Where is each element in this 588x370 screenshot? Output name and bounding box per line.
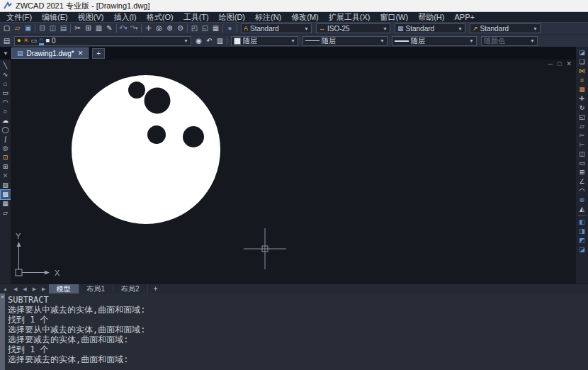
layer-states-manager-button[interactable]: ▥ bbox=[215, 35, 225, 46]
menu-insert[interactable]: 插入(I) bbox=[108, 12, 141, 22]
match-properties-button[interactable]: ✎ bbox=[104, 23, 115, 34]
polyline-button[interactable]: ∿ bbox=[1, 70, 11, 79]
break-at-point-button[interactable]: ◫ bbox=[577, 150, 587, 159]
new-tab-button[interactable]: + bbox=[92, 48, 105, 59]
view-manager-button[interactable]: ▦ bbox=[210, 23, 221, 34]
menu-view[interactable]: 视图(V) bbox=[73, 12, 109, 22]
zoom-window-button[interactable]: ⊕ bbox=[164, 23, 175, 34]
erase-button[interactable]: ◪ bbox=[577, 48, 587, 57]
prev-tab-button[interactable]: ◀ bbox=[20, 286, 29, 292]
layer-previous-button[interactable]: ↶ bbox=[204, 35, 215, 46]
make-block-button[interactable]: ⊞ bbox=[1, 162, 11, 172]
command-line-panel[interactable]: ✕ SUBTRACT选择要从中减去的实体,曲面和面域:找到 1 个选择要从中减去… bbox=[0, 293, 588, 370]
break-button[interactable]: ▭ bbox=[577, 159, 587, 168]
revision-cloud-button[interactable]: ☁ bbox=[1, 116, 11, 125]
cut-clip-button[interactable]: ✂ bbox=[72, 23, 83, 34]
arc-button[interactable]: ◠ bbox=[1, 98, 11, 107]
extend-button[interactable]: ⊢ bbox=[577, 140, 587, 150]
line-button[interactable]: ╲ bbox=[1, 61, 11, 70]
plot-preview-button[interactable]: ◫ bbox=[47, 23, 58, 34]
insert-block-button[interactable]: ⊡ bbox=[1, 153, 11, 162]
redo-dropdown-icon[interactable]: ▼ bbox=[135, 26, 139, 30]
zoom-realtime-button[interactable]: ◎ bbox=[154, 23, 164, 34]
menu-modify[interactable]: 修改(M) bbox=[286, 12, 324, 22]
mleader-style-combo[interactable]: ↗Standard▼ bbox=[470, 23, 541, 33]
redo-button[interactable]: ↷▼ bbox=[129, 23, 140, 34]
point-button[interactable]: ✕ bbox=[1, 172, 11, 181]
hatch-button[interactable]: ▨ bbox=[1, 181, 11, 190]
tab-list-arrow-icon[interactable]: ▼ bbox=[0, 50, 11, 57]
text-style-dropdown-icon[interactable]: ▼ bbox=[304, 26, 309, 31]
copy-button[interactable]: ❏ bbox=[577, 57, 587, 67]
join-button[interactable]: ⊞ bbox=[577, 168, 587, 177]
polygon-button[interactable]: ⌂ bbox=[1, 79, 11, 89]
array-button[interactable]: ▦ bbox=[577, 85, 587, 94]
move-button[interactable]: ✛ bbox=[577, 94, 587, 103]
menu-edit[interactable]: 编辑(E) bbox=[37, 12, 73, 22]
plot-button[interactable]: ⊟ bbox=[37, 23, 47, 34]
tab-layout2[interactable]: 布局2 bbox=[113, 284, 148, 294]
color-dropdown-icon[interactable]: ▼ bbox=[290, 38, 295, 43]
menu-dimension[interactable]: 标注(N) bbox=[250, 12, 286, 22]
spline-button[interactable]: ∫ bbox=[1, 135, 11, 144]
mdi-restore-button[interactable]: □ bbox=[558, 60, 561, 67]
trim-button[interactable]: ✂ bbox=[577, 131, 587, 140]
explode-button[interactable]: ⊛ bbox=[577, 196, 587, 205]
linetype-combo[interactable]: 随层▼ bbox=[303, 36, 388, 46]
publish-button[interactable]: ▤ bbox=[58, 23, 69, 34]
menu-window[interactable]: 窗口(W) bbox=[375, 12, 413, 22]
menu-tools[interactable]: 工具(T) bbox=[179, 12, 214, 22]
menu-help[interactable]: 帮助(H) bbox=[413, 12, 449, 22]
named-views-button[interactable]: ◱ bbox=[200, 23, 210, 34]
tab-model[interactable]: 模型 bbox=[49, 284, 79, 294]
last-tab-button[interactable]: ▶ bbox=[39, 286, 48, 292]
donut-button[interactable]: ◎ bbox=[1, 144, 11, 153]
open-file-button[interactable]: ▱ bbox=[12, 23, 23, 34]
circle-button[interactable]: ○ bbox=[1, 107, 11, 116]
new-file-button[interactable]: ▢ bbox=[1, 23, 12, 34]
layer-properties-manager-button[interactable]: ▤ bbox=[1, 35, 12, 46]
menu-app[interactable]: APP+ bbox=[449, 12, 479, 22]
zoom-previous-button[interactable]: ⊖ bbox=[175, 23, 186, 34]
viewports-button[interactable]: ◰ bbox=[189, 23, 200, 34]
command-history-toggle-button[interactable]: ▲ bbox=[0, 286, 11, 291]
union-button[interactable]: ◧ bbox=[577, 218, 587, 227]
stretch-button[interactable]: ▱ bbox=[577, 122, 587, 131]
first-tab-button[interactable]: ◀ bbox=[11, 286, 20, 292]
text-style-combo[interactable]: AStandard▼ bbox=[241, 23, 312, 33]
plot-style-dropdown-icon[interactable]: ▼ bbox=[530, 38, 535, 43]
mleader-style-dropdown-icon[interactable]: ▼ bbox=[533, 26, 538, 31]
table-style-combo[interactable]: ▦Standard▼ bbox=[395, 23, 465, 33]
rotate-button[interactable]: ↻ bbox=[577, 103, 587, 113]
gradient-button[interactable]: ▩ bbox=[1, 190, 11, 199]
mdi-minimize-button[interactable]: ─ bbox=[548, 60, 553, 67]
copy-clip-button[interactable]: ⊞ bbox=[83, 23, 94, 34]
render-button[interactable]: ● bbox=[225, 23, 235, 34]
dim-style-dropdown-icon[interactable]: ▼ bbox=[383, 26, 388, 31]
menu-draw[interactable]: 绘图(D) bbox=[214, 12, 250, 22]
color-combo[interactable]: 随层▼ bbox=[231, 36, 298, 46]
make-object-layer-current-button[interactable]: ◉ bbox=[193, 35, 204, 46]
region-button[interactable]: ▱ bbox=[1, 208, 11, 218]
align-button[interactable]: ◭ bbox=[577, 205, 587, 214]
menu-format[interactable]: 格式(O) bbox=[142, 12, 179, 22]
layer-dropdown-icon[interactable]: ▼ bbox=[183, 38, 188, 43]
table-style-dropdown-icon[interactable]: ▼ bbox=[458, 26, 463, 31]
tab-close-icon[interactable]: ✕ bbox=[78, 50, 84, 57]
mdi-close-button[interactable]: ✕ bbox=[566, 60, 572, 67]
command-panel-grip[interactable]: ✕ bbox=[0, 293, 5, 370]
layer-combo[interactable]: ●☀▭∩■0▼ bbox=[14, 36, 191, 46]
plot-style-combo[interactable]: 随颜色▼ bbox=[481, 36, 538, 46]
subtract-button[interactable]: ◨ bbox=[577, 227, 587, 236]
rectangle-button[interactable]: ▭ bbox=[1, 89, 11, 98]
new-layout-button[interactable]: + bbox=[148, 285, 164, 293]
interfere-button[interactable]: ◪ bbox=[577, 245, 587, 254]
document-tab-drawing1[interactable]: ▤ Drawing1.dwg* ✕ bbox=[11, 47, 89, 59]
pan-button[interactable]: ✛ bbox=[143, 23, 154, 34]
tab-layout1[interactable]: 布局1 bbox=[79, 284, 114, 294]
intersect-button[interactable]: ◩ bbox=[577, 236, 587, 245]
command-panel-close-icon[interactable]: ✕ bbox=[1, 294, 4, 300]
drawing-canvas[interactable]: Y X ─ □ ✕ bbox=[11, 60, 576, 284]
mirror-button[interactable]: ⋈ bbox=[577, 67, 587, 76]
fillet-button[interactable]: ◠ bbox=[577, 186, 587, 196]
